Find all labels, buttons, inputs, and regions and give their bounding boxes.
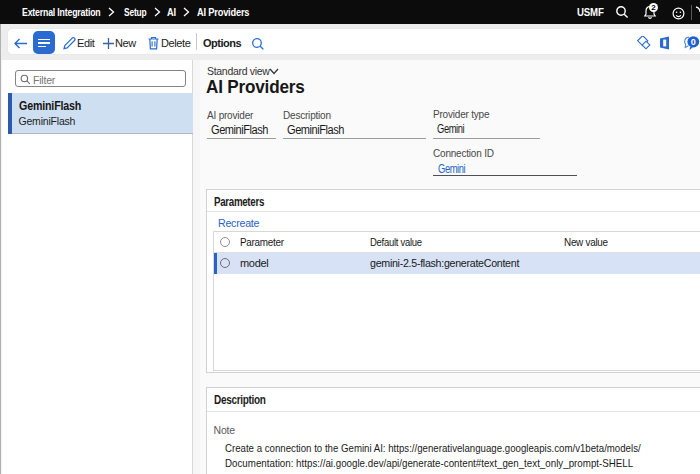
svg-text:0: 0 — [691, 37, 696, 47]
